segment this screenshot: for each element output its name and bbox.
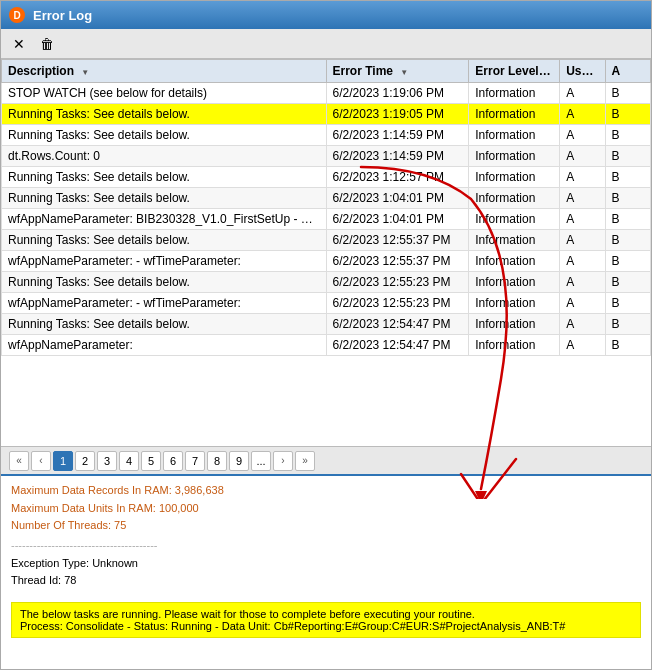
cell-description: Running Tasks: See details below. xyxy=(2,104,327,125)
table-container[interactable]: Description ▼ Error Time ▼ Error Level ▼… xyxy=(1,59,651,446)
max-units-line: Maximum Data Units In RAM: 100,000 xyxy=(11,500,641,518)
cell-error_time: 6/2/2023 1:14:59 PM xyxy=(326,146,469,167)
cell-user: A xyxy=(560,293,605,314)
page-last-btn[interactable]: » xyxy=(295,451,315,471)
cell-a: B xyxy=(605,335,650,356)
close-button[interactable]: ✕ xyxy=(7,33,31,55)
table-row[interactable]: wfAppNameParameter: BIB230328_V1.0_First… xyxy=(2,209,651,230)
cell-user: A xyxy=(560,335,605,356)
page-buttons: 123456789... xyxy=(53,451,271,471)
page-btn-9[interactable]: 9 xyxy=(229,451,249,471)
page-btn-6[interactable]: 6 xyxy=(163,451,183,471)
exception-type-line: Exception Type: Unknown xyxy=(11,555,641,573)
cell-description: Running Tasks: See details below. xyxy=(2,167,327,188)
table-row[interactable]: Running Tasks: See details below.6/2/202… xyxy=(2,188,651,209)
separator: ---------------------------------------- xyxy=(11,539,641,551)
cell-description: wfAppNameParameter: - wfTimeParameter: xyxy=(2,293,327,314)
cell-description: Running Tasks: See details below. xyxy=(2,314,327,335)
cell-error_level: Information xyxy=(469,230,560,251)
cell-error_level: Information xyxy=(469,314,560,335)
cell-error_time: 6/2/2023 12:55:23 PM xyxy=(326,272,469,293)
page-btn-4[interactable]: 4 xyxy=(119,451,139,471)
cell-user: A xyxy=(560,251,605,272)
cell-error_level: Information xyxy=(469,251,560,272)
title-bar: D Error Log xyxy=(1,1,651,29)
table-row[interactable]: Running Tasks: See details below.6/2/202… xyxy=(2,272,651,293)
cell-error_level: Information xyxy=(469,335,560,356)
cell-description: dt.Rows.Count: 0 xyxy=(2,146,327,167)
col-header-error-time[interactable]: Error Time ▼ xyxy=(326,60,469,83)
pagination: « ‹ 123456789... › » xyxy=(1,446,651,474)
error-log-window: D Error Log ✕ 🗑 Description ▼ Error Time… xyxy=(0,0,652,670)
app-icon: D xyxy=(9,7,25,23)
table-header-row: Description ▼ Error Time ▼ Error Level ▼… xyxy=(2,60,651,83)
cell-error_level: Information xyxy=(469,167,560,188)
col-header-user[interactable]: User ▼ xyxy=(560,60,605,83)
cell-description: STOP WATCH (see below for details) xyxy=(2,83,327,104)
page-btn-8[interactable]: 8 xyxy=(207,451,227,471)
page-btn-7[interactable]: 7 xyxy=(185,451,205,471)
page-btn-5[interactable]: 5 xyxy=(141,451,161,471)
page-prev-btn[interactable]: ‹ xyxy=(31,451,51,471)
page-btn-2[interactable]: 2 xyxy=(75,451,95,471)
cell-error_time: 6/2/2023 12:55:37 PM xyxy=(326,230,469,251)
cell-error_level: Information xyxy=(469,188,560,209)
cell-user: A xyxy=(560,83,605,104)
delete-button[interactable]: 🗑 xyxy=(35,33,59,55)
cell-error_time: 6/2/2023 1:04:01 PM xyxy=(326,188,469,209)
table-row[interactable]: Running Tasks: See details below.6/2/202… xyxy=(2,125,651,146)
cell-a: B xyxy=(605,293,650,314)
cell-error_level: Information xyxy=(469,272,560,293)
cell-error_time: 6/2/2023 1:04:01 PM xyxy=(326,209,469,230)
cell-user: A xyxy=(560,272,605,293)
sort-icon-level: ▼ xyxy=(546,68,554,77)
cell-error_time: 6/2/2023 12:55:37 PM xyxy=(326,251,469,272)
error-log-table: Description ▼ Error Time ▼ Error Level ▼… xyxy=(1,59,651,356)
cell-a: B xyxy=(605,314,650,335)
cell-a: B xyxy=(605,104,650,125)
cell-description: wfAppNameParameter: xyxy=(2,335,327,356)
cell-description: Running Tasks: See details below. xyxy=(2,188,327,209)
table-row[interactable]: wfAppNameParameter: - wfTimeParameter:6/… xyxy=(2,293,651,314)
cell-user: A xyxy=(560,209,605,230)
cell-user: A xyxy=(560,167,605,188)
cell-error_level: Information xyxy=(469,146,560,167)
page-btn-...[interactable]: ... xyxy=(251,451,271,471)
page-btn-1[interactable]: 1 xyxy=(53,451,73,471)
page-btn-3[interactable]: 3 xyxy=(97,451,117,471)
cell-a: B xyxy=(605,188,650,209)
table-row[interactable]: Running Tasks: See details below.6/2/202… xyxy=(2,104,651,125)
cell-description: Running Tasks: See details below. xyxy=(2,272,327,293)
page-next-btn[interactable]: › xyxy=(273,451,293,471)
bottom-panel: Maximum Data Records In RAM: 3,986,638 M… xyxy=(1,474,651,669)
max-records-line: Maximum Data Records In RAM: 3,986,638 xyxy=(11,482,641,500)
table-row[interactable]: Running Tasks: See details below.6/2/202… xyxy=(2,167,651,188)
cell-user: A xyxy=(560,188,605,209)
col-header-description[interactable]: Description ▼ xyxy=(2,60,327,83)
col-header-error-level[interactable]: Error Level ▼ xyxy=(469,60,560,83)
cell-user: A xyxy=(560,230,605,251)
cell-error_level: Information xyxy=(469,104,560,125)
cell-error_time: 6/2/2023 1:19:06 PM xyxy=(326,83,469,104)
cell-error_time: 6/2/2023 1:12:57 PM xyxy=(326,167,469,188)
table-row[interactable]: wfAppNameParameter: - wfTimeParameter:6/… xyxy=(2,251,651,272)
cell-error_time: 6/2/2023 12:54:47 PM xyxy=(326,314,469,335)
cell-a: B xyxy=(605,272,650,293)
cell-error_level: Information xyxy=(469,293,560,314)
yellow-warning-box: The below tasks are running. Please wait… xyxy=(11,602,641,638)
cell-user: A xyxy=(560,125,605,146)
cell-a: B xyxy=(605,251,650,272)
cell-error_time: 6/2/2023 1:19:05 PM xyxy=(326,104,469,125)
sort-icon-description: ▼ xyxy=(81,68,89,77)
table-row[interactable]: wfAppNameParameter:6/2/2023 12:54:47 PMI… xyxy=(2,335,651,356)
table-row[interactable]: Running Tasks: See details below.6/2/202… xyxy=(2,314,651,335)
warning-text: The below tasks are running. Please wait… xyxy=(20,608,632,620)
cell-user: A xyxy=(560,146,605,167)
cell-description: wfAppNameParameter: - wfTimeParameter: xyxy=(2,251,327,272)
page-first-btn[interactable]: « xyxy=(9,451,29,471)
table-row[interactable]: dt.Rows.Count: 06/2/2023 1:14:59 PMInfor… xyxy=(2,146,651,167)
window-title: Error Log xyxy=(33,8,92,23)
table-row[interactable]: Running Tasks: See details below.6/2/202… xyxy=(2,230,651,251)
table-row[interactable]: STOP WATCH (see below for details)6/2/20… xyxy=(2,83,651,104)
col-header-extra: A xyxy=(605,60,650,83)
